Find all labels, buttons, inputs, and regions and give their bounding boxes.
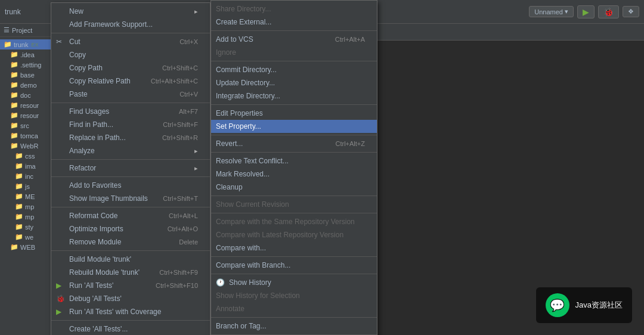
- folder-icon: 📁: [15, 152, 23, 160]
- reformat-shortcut: Ctrl+Alt+L: [169, 212, 198, 219]
- optimize-shortcut: Ctrl+Alt+O: [168, 225, 198, 232]
- menu-item-thumbnails[interactable]: Show Image Thumbnails Ctrl+Shift+T: [51, 192, 210, 205]
- menu-item-compare-latest[interactable]: Compare with Latest Repository Version: [211, 228, 377, 241]
- menu-item-ignore-label: Ignore: [216, 48, 365, 57]
- debug-menu-icon: 🐞: [56, 294, 67, 303]
- menu-item-favorites[interactable]: Add to Favorites: [51, 179, 210, 192]
- debug-button[interactable]: 🐞: [598, 5, 619, 18]
- menu-item-coverage[interactable]: ▶ Run 'All Tests' with Coverage: [51, 305, 210, 318]
- menu-item-branch-tag[interactable]: Branch or Tag...: [211, 320, 377, 333]
- menu-item-build-label: Build Module 'trunk': [69, 255, 198, 263]
- menu-item-build[interactable]: Build Module 'trunk': [51, 253, 210, 266]
- unnamed-button[interactable]: Unnamed ▾: [529, 6, 574, 17]
- more-button[interactable]: ❖: [623, 6, 639, 17]
- tree-item-label: doc: [20, 92, 31, 99]
- menu-item-analyze[interactable]: Analyze ▸: [51, 144, 210, 157]
- separator: [211, 61, 377, 61]
- menu-item-show-current-rev[interactable]: Show Current Revision: [211, 198, 377, 211]
- menu-item-show-history-sel[interactable]: Show History for Selection: [211, 289, 377, 302]
- menu-item-optimize[interactable]: Optimize Imports Ctrl+Alt+O: [51, 222, 210, 235]
- folder-icon: 📁: [15, 233, 23, 241]
- menu-item-copy-relative[interactable]: Copy Relative Path Ctrl+Alt+Shift+C: [51, 75, 210, 88]
- wechat-icon: 💬: [550, 298, 565, 312]
- menu-item-add-vcs[interactable]: Add to VCS Ctrl+Alt+A: [211, 33, 377, 46]
- menu-item-copy-path[interactable]: Copy Path Ctrl+Shift+C: [51, 61, 210, 75]
- separator: [211, 317, 377, 318]
- menu-item-set-property[interactable]: Set Property...: [211, 120, 377, 133]
- menu-item-find-usages[interactable]: Find Usages Alt+F7: [51, 105, 210, 118]
- menu-item-set-property-label: Set Property...: [216, 122, 365, 131]
- folder-icon: 📁: [15, 193, 23, 200]
- menu-item-revert-label: Revert...: [216, 139, 323, 148]
- separator: [51, 250, 210, 251]
- menu-item-copy[interactable]: Copy: [51, 48, 210, 61]
- menu-item-mark-resolved[interactable]: Mark Resolved...: [211, 168, 377, 181]
- toolbar-right: Unnamed ▾ ▶ 🐞 ❖: [529, 5, 639, 18]
- folder-icon: 📁: [10, 91, 18, 99]
- folder-icon: 📁: [10, 101, 18, 109]
- menu-item-create-tests[interactable]: Create 'All Tests'...: [51, 322, 210, 335]
- toolbar-title: trunk: [5, 8, 21, 16]
- tree-item-label: sty: [25, 224, 33, 231]
- menu-item-show-history-label: Show History: [229, 278, 365, 287]
- more-icon: ❖: [628, 8, 634, 15]
- replace-shortcut: Ctrl+Shift+R: [162, 134, 198, 141]
- rebuild-shortcut: Ctrl+Shift+F9: [159, 269, 198, 276]
- menu-item-paste-label: Paste: [69, 90, 168, 98]
- menu-item-debug[interactable]: 🐞 Debug 'All Tests': [51, 292, 210, 305]
- menu-item-revert[interactable]: Revert... Ctrl+Alt+Z: [211, 137, 377, 150]
- menu-item-refactor-label: Refactor: [69, 164, 192, 172]
- watermark: 💬 Java资源社区: [536, 287, 632, 323]
- menu-item-share-label: Share Directory...: [216, 5, 365, 13]
- menu-item-paste[interactable]: Paste Ctrl+V: [51, 88, 210, 101]
- menu-item-share[interactable]: Share Directory...: [211, 2, 377, 15]
- tree-item-label: WebR: [20, 142, 38, 150]
- menu-item-rebuild[interactable]: Rebuild Module 'trunk' Ctrl+Shift+F9: [51, 266, 210, 279]
- menu-item-show-history[interactable]: 🕐 Show History: [211, 276, 377, 289]
- folder-icon: 📁: [15, 223, 23, 231]
- menu-item-new[interactable]: New ▸: [51, 5, 210, 18]
- menu-item-commit-dir[interactable]: Commit Directory...: [211, 63, 377, 76]
- menu-item-copy-path-label: Copy Path: [69, 64, 150, 72]
- separator: [51, 320, 210, 321]
- menu-item-reformat[interactable]: Reformat Code Ctrl+Alt+L: [51, 209, 210, 222]
- folder-icon: 📁: [15, 162, 23, 170]
- menu-item-ignore[interactable]: Ignore: [211, 46, 377, 59]
- coverage-icon: ▶: [56, 308, 67, 316]
- menu-item-remove-module[interactable]: Remove Module Delete: [51, 235, 210, 249]
- menu-item-refactor[interactable]: Refactor ▸: [51, 162, 210, 175]
- tree-item-label: base: [20, 72, 35, 79]
- menu-item-cut[interactable]: ✂ Cut Ctrl+X: [51, 35, 210, 48]
- menu-item-remove-label: Remove Module: [69, 238, 167, 246]
- menu-item-update-dir[interactable]: Update Directory...: [211, 76, 377, 89]
- run-button[interactable]: ▶: [577, 5, 595, 18]
- watermark-text: Java资源社区: [575, 300, 623, 311]
- menu-item-edit-props[interactable]: Edit Properties: [211, 107, 377, 120]
- menu-item-cleanup[interactable]: Cleanup: [211, 181, 377, 194]
- tree-item-label: trunk: [14, 41, 28, 48]
- menu-item-annotate[interactable]: Annotate: [211, 302, 377, 315]
- menu-item-copy-relative-label: Copy Relative Path: [69, 77, 139, 85]
- menu-item-replace[interactable]: Replace in Path... Ctrl+Shift+R: [51, 131, 210, 144]
- menu-item-framework[interactable]: Add Framework Support...: [51, 18, 210, 31]
- menu-item-create-tests-label: Create 'All Tests'...: [69, 325, 198, 333]
- menu-item-compare-same-repo[interactable]: Compare with the Same Repository Version: [211, 215, 377, 228]
- menu-item-create-external[interactable]: Create External...: [211, 15, 377, 29]
- history-icon: 🕐: [216, 278, 227, 287]
- tree-item-label: we: [25, 234, 33, 241]
- paste-shortcut: Ctrl+V: [179, 91, 198, 98]
- menu-item-branch-tag-label: Branch or Tag...: [216, 322, 365, 330]
- menu-item-resolve-conflict-label: Resolve Text Conflict...: [216, 157, 365, 165]
- arrow-icon: ▸: [194, 147, 198, 155]
- tree-item-label: js: [25, 183, 30, 190]
- menu-item-edit-props-label: Edit Properties: [216, 109, 365, 117]
- menu-item-compare-with[interactable]: Compare with...: [211, 241, 377, 255]
- menu-item-integrate-dir[interactable]: Integrate Directory...: [211, 89, 377, 103]
- menu-item-compare-branch[interactable]: Compare with Branch...: [211, 259, 377, 272]
- folder-icon: 📁: [10, 61, 18, 69]
- menu-item-create-external-label: Create External...: [216, 18, 365, 26]
- menu-item-find-path[interactable]: Find in Path... Ctrl+Shift+F: [51, 118, 210, 131]
- menu-item-run[interactable]: ▶ Run 'All Tests' Ctrl+Shift+F10: [51, 279, 210, 292]
- debug-icon: 🐞: [603, 7, 614, 17]
- menu-item-resolve-conflict[interactable]: Resolve Text Conflict...: [211, 154, 377, 168]
